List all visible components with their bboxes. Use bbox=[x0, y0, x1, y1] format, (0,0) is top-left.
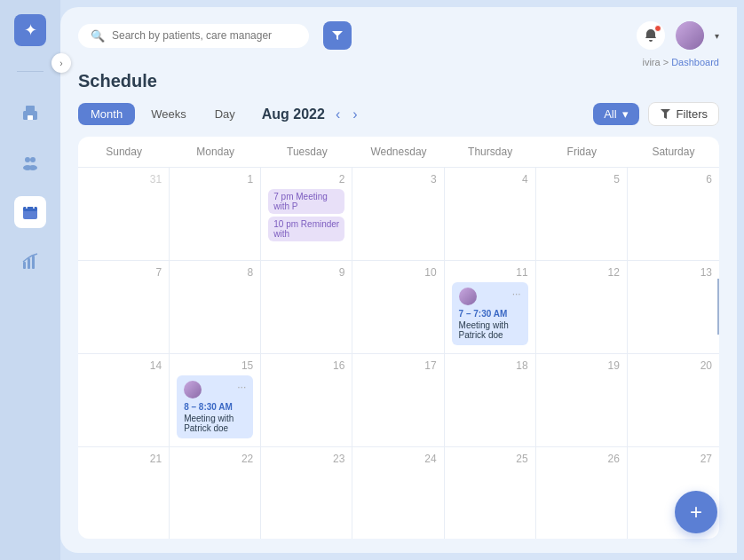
avatar-chevron-icon[interactable]: ▾ bbox=[715, 31, 719, 41]
app-logo[interactable]: ✦ bbox=[14, 14, 46, 46]
next-month-button[interactable]: › bbox=[351, 107, 359, 122]
calendar-day[interactable]: 11···7 – 7:30 AMMeeting with Patrick doe bbox=[445, 261, 536, 353]
day-number: 25 bbox=[452, 453, 528, 465]
calendar-day[interactable]: 23 bbox=[261, 447, 352, 540]
search-bar[interactable]: 🔍 bbox=[78, 24, 309, 48]
filters-button[interactable]: Filters bbox=[648, 102, 719, 126]
header-right: ▾ bbox=[637, 21, 719, 50]
day-number: 9 bbox=[268, 266, 344, 279]
col-tuesday: Tuesday bbox=[261, 137, 352, 167]
calendar-week-3: 21222324252627 bbox=[78, 447, 719, 540]
calendar-day[interactable]: 22 bbox=[170, 447, 261, 540]
calendar-day[interactable]: 7 bbox=[78, 261, 170, 353]
calendar-day[interactable]: 25 bbox=[445, 447, 536, 540]
calendar-day[interactable]: 3 bbox=[352, 168, 444, 260]
calendar-day[interactable]: 17 bbox=[352, 354, 444, 446]
calendar-day[interactable]: 20 bbox=[628, 354, 719, 446]
day-number: 12 bbox=[543, 266, 620, 279]
calendar-day[interactable]: 5 bbox=[536, 168, 628, 260]
calendar-day[interactable]: 9 bbox=[261, 261, 352, 353]
day-number: 26 bbox=[543, 453, 620, 465]
header-filter-button[interactable] bbox=[323, 21, 352, 50]
calendar-day[interactable]: 12 bbox=[536, 261, 628, 353]
notification-dot bbox=[654, 25, 661, 32]
event-item[interactable]: 7 pm Meeting with P bbox=[268, 189, 344, 214]
col-friday: Friday bbox=[536, 137, 628, 167]
all-dropdown[interactable]: All ▾ bbox=[593, 103, 638, 125]
month-nav: Aug 2022 ‹ › bbox=[262, 106, 360, 122]
sidebar-nav bbox=[14, 97, 46, 546]
event-time: 8 – 8:30 AM bbox=[184, 402, 246, 412]
avatar[interactable] bbox=[676, 21, 704, 50]
month-label: Aug 2022 bbox=[262, 106, 325, 122]
day-number: 31 bbox=[85, 173, 162, 185]
calendar-day[interactable]: 31 bbox=[78, 168, 170, 260]
event-title: Meeting with Patrick doe bbox=[459, 320, 521, 340]
calendar-day[interactable]: 13 bbox=[628, 261, 719, 353]
calendar-body: 31127 pm Meeting with P10 pm Reminder wi… bbox=[78, 168, 719, 539]
filters-label: Filters bbox=[677, 107, 708, 121]
event-item[interactable]: 10 pm Reminder with bbox=[268, 217, 344, 241]
day-number: 1 bbox=[177, 173, 253, 185]
calendar-day[interactable]: 18 bbox=[445, 354, 536, 446]
calendar-week-0: 31127 pm Meeting with P10 pm Reminder wi… bbox=[78, 168, 719, 261]
event-options-icon[interactable]: ··· bbox=[512, 288, 521, 300]
sidebar-divider bbox=[17, 71, 44, 72]
svg-point-3 bbox=[25, 157, 30, 162]
event-options-icon[interactable]: ··· bbox=[237, 381, 246, 393]
sidebar-item-calendar[interactable] bbox=[14, 196, 46, 228]
calendar-day[interactable]: 8 bbox=[170, 261, 261, 353]
event-avatar bbox=[184, 381, 202, 398]
calendar-day[interactable]: 27 pm Meeting with P10 pm Reminder with bbox=[261, 168, 352, 260]
sidebar-toggle[interactable]: › bbox=[51, 53, 71, 73]
page-title: Schedule bbox=[78, 71, 719, 91]
calendar-day[interactable]: 10 bbox=[352, 261, 444, 353]
search-input[interactable] bbox=[112, 29, 297, 42]
calendar-toolbar: Month Weeks Day Aug 2022 ‹ › All ▾ Filte… bbox=[78, 102, 719, 126]
calendar-day[interactable]: 21 bbox=[78, 447, 170, 540]
breadcrumb: ivira > Dashboard bbox=[78, 57, 719, 67]
sidebar-item-home[interactable] bbox=[14, 97, 46, 129]
calendar-day[interactable]: 16 bbox=[261, 354, 352, 446]
day-number: 13 bbox=[635, 266, 712, 279]
svg-rect-8 bbox=[23, 207, 37, 211]
svg-rect-12 bbox=[28, 258, 30, 269]
sidebar: ✦ › bbox=[0, 0, 60, 560]
tab-weeks[interactable]: Weeks bbox=[139, 103, 199, 125]
day-number: 27 bbox=[635, 453, 712, 465]
calendar-day[interactable]: 4 bbox=[445, 168, 536, 260]
event-title: Meeting with Patrick doe bbox=[184, 414, 246, 433]
tab-month[interactable]: Month bbox=[78, 103, 135, 125]
sidebar-item-users[interactable] bbox=[14, 146, 46, 178]
calendar-day[interactable]: 24 bbox=[352, 447, 444, 540]
day-number: 24 bbox=[360, 453, 436, 465]
day-number: 16 bbox=[268, 359, 344, 372]
event-container: ···7 – 7:30 AMMeeting with Patrick doe bbox=[452, 282, 528, 345]
day-number: 5 bbox=[543, 173, 620, 185]
sidebar-item-analytics[interactable] bbox=[14, 246, 46, 278]
prev-month-button[interactable]: ‹ bbox=[334, 107, 342, 122]
calendar-header: Sunday Monday Tuesday Wednesday Thursday… bbox=[78, 137, 719, 168]
calendar-week-2: 1415···8 – 8:30 AMMeeting with Patrick d… bbox=[78, 354, 719, 447]
day-number: 19 bbox=[543, 359, 620, 372]
notification-bell[interactable] bbox=[637, 21, 665, 50]
breadcrumb-link[interactable]: Dashboard bbox=[671, 57, 719, 67]
day-number: 23 bbox=[268, 453, 344, 465]
view-tabs: Month Weeks Day bbox=[78, 103, 248, 125]
svg-rect-2 bbox=[28, 115, 33, 120]
calendar-day[interactable]: 6 bbox=[628, 168, 719, 260]
event-avatar bbox=[459, 288, 477, 305]
add-event-button[interactable]: + bbox=[675, 491, 717, 533]
calendar-week-1: 7891011···7 – 7:30 AMMeeting with Patric… bbox=[78, 261, 719, 354]
calendar-day[interactable]: 14 bbox=[78, 354, 170, 446]
calendar-day[interactable]: 1 bbox=[170, 168, 261, 260]
calendar-day[interactable]: 19 bbox=[536, 354, 628, 446]
calendar-day[interactable]: 15···8 – 8:30 AMMeeting with Patrick doe bbox=[170, 354, 261, 446]
day-number: 10 bbox=[360, 266, 436, 279]
calendar-day[interactable]: 26 bbox=[536, 447, 628, 540]
event-container: ···8 – 8:30 AMMeeting with Patrick doe bbox=[177, 375, 253, 438]
svg-point-4 bbox=[30, 157, 36, 162]
col-sunday: Sunday bbox=[78, 137, 170, 167]
tab-day[interactable]: Day bbox=[202, 103, 248, 125]
calendar-grid: Sunday Monday Tuesday Wednesday Thursday… bbox=[78, 137, 719, 539]
